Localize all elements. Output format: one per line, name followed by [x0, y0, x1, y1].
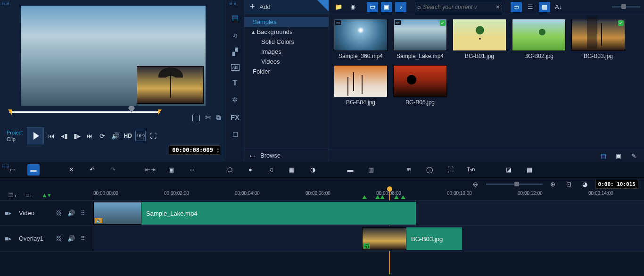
panel-drag-handle[interactable]: ⠿⠿ [229, 1, 238, 6]
ar-tab-icon[interactable]: ◻ [230, 129, 241, 139]
marquee-icon[interactable]: ⛶ [148, 131, 158, 141]
time-ruler[interactable]: 00:00:00:0000:00:02:0000:00:04:0000:00:0… [93, 190, 644, 200]
preview-video[interactable] [21, 6, 206, 106]
link-icon[interactable]: ⛓ [56, 235, 62, 242]
blend-icon[interactable]: ◑ [306, 164, 319, 176]
timeline-mode-icon[interactable]: ▬ [27, 164, 40, 176]
view-list-icon[interactable]: ☰ [525, 2, 536, 12]
link-icon[interactable]: ⛓ [56, 209, 62, 217]
tree-videos[interactable]: Videos [244, 57, 329, 67]
hd-toggle[interactable]: HD [123, 131, 133, 141]
video-track-header[interactable]: ■▸ Video ⛓ 🔊 ⠿ [0, 201, 93, 226]
zoom-timecode[interactable]: 0:00: 10:015 [595, 180, 638, 189]
mark-out-icon[interactable]: ] [198, 113, 200, 122]
chapter-marker[interactable] [380, 195, 385, 199]
tree-solid-colors[interactable]: Solid Colors [244, 37, 329, 47]
overlay-clip[interactable]: BG-B03.jpg [362, 227, 462, 250]
subtitle-icon[interactable]: ▬ [344, 164, 356, 176]
fx-tab-icon[interactable]: FX [230, 112, 241, 122]
panel-drag-handle[interactable]: ⠿⠿ [2, 1, 10, 6]
play-button[interactable] [27, 127, 44, 144]
search-box[interactable]: ⌕ × [415, 2, 502, 12]
tree-backgrounds[interactable]: ▴ Backgrounds [244, 27, 329, 37]
volume-icon[interactable]: 🔊 [110, 131, 120, 141]
preview-overlay-clip[interactable] [137, 66, 204, 104]
zoom-slider[interactable] [486, 184, 543, 185]
titles-tab-icon[interactable]: AB [231, 64, 239, 71]
clear-search-icon[interactable]: × [496, 3, 500, 10]
split-screen-icon[interactable]: ▥ [365, 164, 377, 176]
mark-in-icon[interactable]: [ [192, 113, 194, 122]
add-label[interactable]: Add [260, 3, 271, 10]
frame-back-icon[interactable]: ◂▮ [59, 131, 69, 141]
thumb-size-slider[interactable] [612, 6, 640, 8]
thumb-item[interactable]: ✓BG-B03.jpg [571, 19, 625, 59]
tree-samples[interactable]: Samples [244, 17, 329, 27]
fx-toggle-icon[interactable]: ⠿ [81, 235, 85, 242]
ripple-icon[interactable]: ⇤⇥ [144, 164, 157, 176]
marker-icon[interactable]: ⬡ [223, 164, 236, 176]
record-icon[interactable]: ● [244, 164, 256, 176]
view-storyboard-icon[interactable]: ▭ [511, 2, 522, 12]
media-tab-icon[interactable]: ▤ [230, 13, 241, 23]
audio-tab-icon[interactable]: ♫ [230, 30, 241, 40]
stretch-icon[interactable]: ↔ [186, 164, 198, 176]
sort-icon[interactable]: A↓ [553, 2, 564, 12]
view-grid-icon[interactable]: ▦ [539, 2, 550, 12]
trim-in-handle[interactable] [8, 109, 12, 115]
mask-icon[interactable]: ◪ [503, 164, 515, 176]
panel-drag-handle[interactable]: ⠿⠿ [2, 164, 10, 169]
thumb-item[interactable]: ▭Sample_360.mp4 [334, 19, 388, 59]
track-menu-icon[interactable]: ☰₊ [7, 190, 18, 201]
chapter-marker[interactable] [394, 195, 399, 199]
track-settings-icon[interactable]: ≡₊ [24, 190, 35, 201]
browse-label[interactable]: Browse [260, 152, 281, 159]
motion-icon[interactable]: ≋ [403, 164, 415, 176]
go-start-icon[interactable]: ⏮ [46, 131, 57, 141]
duration-icon[interactable]: ◕ [579, 179, 591, 189]
zoom-out-icon[interactable]: ⊖ [470, 179, 481, 189]
chapter-marker[interactable] [401, 195, 405, 199]
aspect-ratio[interactable]: 16:9 [135, 131, 146, 141]
overlay-track-body[interactable]: BG-B03.jpg [93, 226, 644, 251]
mode-project[interactable]: Project [7, 129, 23, 136]
thumb-item[interactable]: BG-B04.jpg [334, 65, 388, 106]
mute-icon[interactable]: 🔊 [67, 209, 75, 217]
graphics-tab-icon[interactable]: ✲ [230, 95, 241, 105]
tree-images[interactable]: Images [244, 47, 329, 57]
preview-timecode[interactable]: 00:00:08:009 [169, 145, 220, 155]
trim-bar[interactable] [9, 108, 160, 116]
chapter-marker[interactable] [375, 195, 380, 199]
fit-project-icon[interactable]: ⊡ [563, 179, 575, 189]
foot-info-icon[interactable]: ▣ [613, 151, 624, 161]
tree-folder[interactable]: Folder [244, 67, 329, 76]
capture-icon[interactable]: ◉ [347, 2, 358, 12]
video-track-body[interactable]: Sample_Lake.mp4 [93, 201, 644, 226]
mode-clip[interactable]: Clip [7, 136, 23, 142]
pan-zoom-icon[interactable]: ⛶ [444, 164, 456, 176]
filter-photo-icon[interactable]: ▣ [381, 2, 392, 12]
multicam-icon[interactable]: ▦ [286, 164, 298, 176]
foot-edit-icon[interactable]: ✎ [628, 151, 639, 161]
add-plus-icon[interactable]: + [250, 2, 255, 12]
thumb-item[interactable]: ▭✓Sample_Lake.mp4 [393, 19, 447, 59]
chapter-icon[interactable]: ▦ [523, 164, 536, 176]
loop-icon[interactable]: ⟳ [97, 131, 107, 141]
snapshot-icon[interactable]: ⧉ [216, 113, 221, 122]
video-clip[interactable]: Sample_Lake.mp4 [93, 202, 416, 225]
thumb-item[interactable]: BG-B01.jpg [453, 19, 506, 59]
marker-icon[interactable]: ▲▾ [41, 190, 52, 201]
foot-panel-icon[interactable]: ▤ [598, 151, 609, 161]
filter-audio-icon[interactable]: ♪ [395, 2, 406, 12]
redo-icon[interactable]: ↷ [107, 164, 119, 176]
browse-icon[interactable]: ▭ [250, 152, 256, 159]
text-tab-icon[interactable]: T [230, 78, 241, 88]
frame-fwd-icon[interactable]: ▮▸ [72, 131, 82, 141]
go-end-icon[interactable]: ⏭ [84, 131, 95, 141]
audio-mix-icon[interactable]: ♫ [265, 164, 277, 176]
trim-out-handle[interactable] [158, 109, 162, 115]
split-icon[interactable]: ✄ [205, 113, 211, 122]
mute-icon[interactable]: 🔊 [67, 235, 75, 242]
fx-toggle-icon[interactable]: ⠿ [81, 209, 85, 217]
tools-icon[interactable]: ✕ [65, 164, 77, 176]
